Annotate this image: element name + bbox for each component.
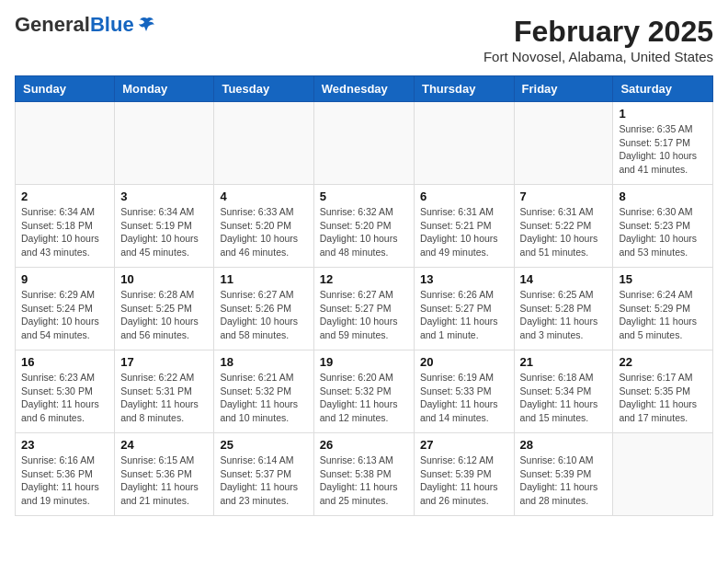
day-number: 7	[520, 190, 608, 203]
calendar-cell: 27Sunrise: 6:12 AM Sunset: 5:39 PM Dayli…	[414, 433, 514, 516]
calendar-cell: 19Sunrise: 6:20 AM Sunset: 5:32 PM Dayli…	[313, 350, 414, 433]
day-headers-row: SundayMondayTuesdayWednesdayThursdayFrid…	[16, 76, 713, 102]
calendar-cell	[16, 102, 115, 185]
day-number: 18	[220, 355, 307, 369]
day-number: 11	[220, 272, 307, 286]
day-number: 1	[619, 107, 707, 121]
calendar-cell: 26Sunrise: 6:13 AM Sunset: 5:38 PM Dayli…	[313, 433, 414, 516]
calendar-cell: 16Sunrise: 6:23 AM Sunset: 5:30 PM Dayli…	[16, 350, 115, 433]
day-number: 4	[220, 190, 307, 203]
calendar-cell: 15Sunrise: 6:24 AM Sunset: 5:29 PM Dayli…	[613, 268, 713, 350]
day-info: Sunrise: 6:18 AM Sunset: 5:34 PM Dayligh…	[520, 371, 608, 425]
calendar-cell: 4Sunrise: 6:33 AM Sunset: 5:20 PM Daylig…	[214, 185, 313, 268]
calendar-cell: 9Sunrise: 6:29 AM Sunset: 5:24 PM Daylig…	[16, 268, 115, 350]
day-number: 14	[520, 272, 608, 286]
calendar-cell: 7Sunrise: 6:31 AM Sunset: 5:22 PM Daylig…	[514, 185, 613, 268]
day-info: Sunrise: 6:30 AM Sunset: 5:23 PM Dayligh…	[619, 205, 707, 259]
calendar-cell: 3Sunrise: 6:34 AM Sunset: 5:19 PM Daylig…	[115, 185, 214, 268]
calendar-cell	[214, 102, 313, 185]
day-number: 23	[21, 438, 108, 452]
logo-blue-text: Blue	[90, 13, 134, 36]
day-number: 13	[420, 272, 508, 286]
day-info: Sunrise: 6:34 AM Sunset: 5:19 PM Dayligh…	[120, 205, 208, 259]
calendar-cell: 10Sunrise: 6:28 AM Sunset: 5:25 PM Dayli…	[115, 268, 214, 350]
day-header-thursday: Thursday	[414, 76, 514, 102]
calendar-cell: 2Sunrise: 6:34 AM Sunset: 5:18 PM Daylig…	[16, 185, 115, 268]
calendar-cell: 25Sunrise: 6:14 AM Sunset: 5:37 PM Dayli…	[214, 433, 313, 516]
logo: GeneralBlue	[15, 15, 156, 35]
day-info: Sunrise: 6:15 AM Sunset: 5:36 PM Dayligh…	[120, 454, 208, 508]
calendar-cell	[613, 433, 713, 516]
day-info: Sunrise: 6:24 AM Sunset: 5:29 PM Dayligh…	[619, 288, 707, 342]
calendar-cell: 22Sunrise: 6:17 AM Sunset: 5:35 PM Dayli…	[613, 350, 713, 433]
day-info: Sunrise: 6:12 AM Sunset: 5:39 PM Dayligh…	[420, 454, 508, 508]
week-row-1: 2Sunrise: 6:34 AM Sunset: 5:18 PM Daylig…	[16, 185, 713, 268]
title-area: February 2025 Fort Novosel, Alabama, Uni…	[483, 15, 713, 64]
day-header-saturday: Saturday	[613, 76, 713, 102]
day-info: Sunrise: 6:16 AM Sunset: 5:36 PM Dayligh…	[21, 454, 108, 508]
calendar-cell: 11Sunrise: 6:27 AM Sunset: 5:26 PM Dayli…	[214, 268, 313, 350]
day-number: 3	[120, 190, 208, 203]
day-number: 25	[220, 438, 307, 452]
day-info: Sunrise: 6:31 AM Sunset: 5:21 PM Dayligh…	[420, 205, 508, 259]
calendar-cell	[514, 102, 613, 185]
week-row-4: 23Sunrise: 6:16 AM Sunset: 5:36 PM Dayli…	[16, 433, 713, 516]
day-number: 21	[520, 355, 608, 369]
calendar-cell: 6Sunrise: 6:31 AM Sunset: 5:21 PM Daylig…	[414, 185, 514, 268]
day-number: 26	[320, 438, 408, 452]
day-info: Sunrise: 6:25 AM Sunset: 5:28 PM Dayligh…	[520, 288, 608, 342]
day-number: 24	[120, 438, 208, 452]
calendar-cell: 14Sunrise: 6:25 AM Sunset: 5:28 PM Dayli…	[514, 268, 613, 350]
calendar-cell	[115, 102, 214, 185]
day-info: Sunrise: 6:34 AM Sunset: 5:18 PM Dayligh…	[21, 205, 108, 259]
calendar-cell: 28Sunrise: 6:10 AM Sunset: 5:39 PM Dayli…	[514, 433, 613, 516]
day-number: 12	[320, 272, 408, 286]
day-info: Sunrise: 6:35 AM Sunset: 5:17 PM Dayligh…	[619, 122, 707, 177]
logo-general-text: General	[15, 13, 90, 36]
calendar-cell: 24Sunrise: 6:15 AM Sunset: 5:36 PM Dayli…	[115, 433, 214, 516]
day-info: Sunrise: 6:10 AM Sunset: 5:39 PM Dayligh…	[520, 454, 608, 508]
day-info: Sunrise: 6:19 AM Sunset: 5:33 PM Dayligh…	[420, 371, 508, 425]
day-info: Sunrise: 6:23 AM Sunset: 5:30 PM Dayligh…	[21, 371, 108, 425]
day-number: 22	[619, 355, 707, 369]
day-number: 16	[21, 355, 108, 369]
day-number: 8	[619, 190, 707, 203]
calendar-cell: 5Sunrise: 6:32 AM Sunset: 5:20 PM Daylig…	[313, 185, 414, 268]
day-info: Sunrise: 6:32 AM Sunset: 5:20 PM Dayligh…	[320, 205, 408, 259]
calendar-cell: 1Sunrise: 6:35 AM Sunset: 5:17 PM Daylig…	[613, 102, 713, 185]
week-row-2: 9Sunrise: 6:29 AM Sunset: 5:24 PM Daylig…	[16, 268, 713, 350]
day-number: 10	[120, 272, 208, 286]
calendar-cell: 21Sunrise: 6:18 AM Sunset: 5:34 PM Dayli…	[514, 350, 613, 433]
calendar-cell: 23Sunrise: 6:16 AM Sunset: 5:36 PM Dayli…	[16, 433, 115, 516]
day-info: Sunrise: 6:27 AM Sunset: 5:27 PM Dayligh…	[320, 288, 408, 342]
day-header-tuesday: Tuesday	[214, 76, 313, 102]
day-number: 6	[420, 190, 508, 203]
day-info: Sunrise: 6:13 AM Sunset: 5:38 PM Dayligh…	[320, 454, 408, 508]
day-number: 27	[420, 438, 508, 452]
day-info: Sunrise: 6:27 AM Sunset: 5:26 PM Dayligh…	[220, 288, 307, 342]
day-info: Sunrise: 6:22 AM Sunset: 5:31 PM Dayligh…	[120, 371, 208, 425]
calendar-cell	[313, 102, 414, 185]
day-number: 9	[21, 272, 108, 286]
day-info: Sunrise: 6:17 AM Sunset: 5:35 PM Dayligh…	[619, 371, 707, 425]
day-number: 2	[21, 190, 108, 203]
day-number: 5	[320, 190, 408, 203]
week-row-0: 1Sunrise: 6:35 AM Sunset: 5:17 PM Daylig…	[16, 102, 713, 185]
calendar: SundayMondayTuesdayWednesdayThursdayFrid…	[15, 75, 713, 516]
day-info: Sunrise: 6:21 AM Sunset: 5:32 PM Dayligh…	[220, 371, 307, 425]
day-info: Sunrise: 6:28 AM Sunset: 5:25 PM Dayligh…	[120, 288, 208, 342]
calendar-cell: 17Sunrise: 6:22 AM Sunset: 5:31 PM Dayli…	[115, 350, 214, 433]
calendar-cell: 18Sunrise: 6:21 AM Sunset: 5:32 PM Dayli…	[214, 350, 313, 433]
week-row-3: 16Sunrise: 6:23 AM Sunset: 5:30 PM Dayli…	[16, 350, 713, 433]
day-number: 17	[120, 355, 208, 369]
day-number: 20	[420, 355, 508, 369]
day-info: Sunrise: 6:26 AM Sunset: 5:27 PM Dayligh…	[420, 288, 508, 342]
day-info: Sunrise: 6:31 AM Sunset: 5:22 PM Dayligh…	[520, 205, 608, 259]
month-title: February 2025	[483, 15, 713, 49]
calendar-cell: 20Sunrise: 6:19 AM Sunset: 5:33 PM Dayli…	[414, 350, 514, 433]
day-info: Sunrise: 6:29 AM Sunset: 5:24 PM Dayligh…	[21, 288, 108, 342]
day-header-friday: Friday	[514, 76, 613, 102]
calendar-cell	[414, 102, 514, 185]
calendar-cell: 13Sunrise: 6:26 AM Sunset: 5:27 PM Dayli…	[414, 268, 514, 350]
day-number: 15	[619, 272, 707, 286]
